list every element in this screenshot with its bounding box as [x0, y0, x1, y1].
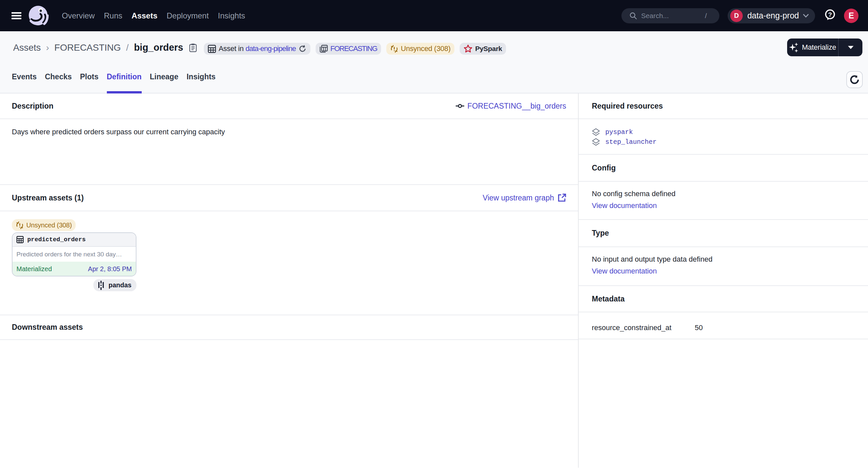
svg-text:?: ?	[828, 11, 832, 18]
